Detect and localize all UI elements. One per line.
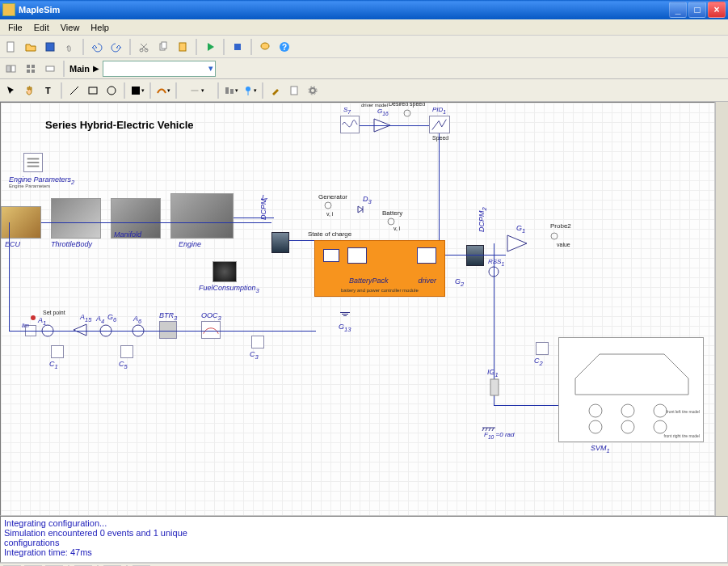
text-icon[interactable]: T — [40, 82, 57, 99]
pid-block[interactable] — [429, 116, 450, 133]
circle-icon[interactable] — [103, 82, 120, 99]
svg-point-29 — [310, 88, 315, 93]
view-icon[interactable] — [42, 61, 58, 77]
maximize-button[interactable]: □ — [688, 2, 706, 18]
svm-block[interactable]: front left tire model front right tire m… — [558, 337, 704, 442]
app-icon — [2, 3, 15, 16]
sig-dcpm-batt — [289, 240, 314, 241]
line-style-icon[interactable]: ▾ — [181, 82, 213, 99]
output-console[interactable]: Integrating configuration... Simulation … — [0, 516, 728, 563]
desiredspeed-probe[interactable] — [403, 109, 411, 119]
menu-file[interactable]: File — [3, 21, 27, 34]
rect-icon[interactable] — [85, 82, 101, 99]
redo-icon[interactable] — [108, 39, 124, 55]
svg-point-54 — [621, 420, 634, 433]
throttle-block[interactable] — [51, 198, 101, 239]
svg-point-39 — [31, 315, 36, 320]
save-icon[interactable] — [42, 39, 58, 55]
svg-text:?: ? — [282, 43, 287, 52]
close-button[interactable]: × — [708, 2, 726, 18]
sig-batt-g1 — [445, 255, 506, 256]
cut-icon[interactable] — [136, 39, 152, 55]
svg-rect-6 — [179, 43, 186, 51]
dcpm-block[interactable] — [271, 232, 289, 253]
svg-point-36 — [388, 218, 394, 225]
driver-label: driver — [418, 277, 436, 285]
paste-icon[interactable] — [175, 39, 191, 55]
hand-icon[interactable] — [22, 82, 38, 99]
c1-block[interactable] — [51, 345, 64, 358]
dcpm2-block[interactable] — [466, 245, 484, 266]
engine-params-block[interactable] — [23, 153, 43, 172]
s7-block[interactable] — [340, 116, 360, 133]
btr-block[interactable] — [159, 321, 177, 339]
sig-pid-down — [439, 133, 440, 240]
align-icon[interactable]: ▾ — [223, 82, 239, 99]
subsystem-dropdown[interactable]: ▾ — [103, 61, 216, 77]
console-line: Simulation encountered 0 events and 1 un… — [4, 528, 724, 538]
probe2-value: value — [557, 242, 570, 247]
breadcrumb-main[interactable]: Main — [69, 64, 90, 74]
batterypack-sub1 — [323, 249, 339, 262]
g6-label: G6 — [107, 313, 116, 323]
sig-to-car — [494, 405, 558, 406]
vi2-label: v, i — [393, 226, 400, 231]
pointer-icon[interactable] — [3, 82, 19, 99]
ooc-block[interactable] — [201, 321, 221, 339]
batterypack-label: BatteryPack — [349, 277, 389, 285]
stop-icon[interactable] — [229, 39, 246, 55]
c5-block[interactable] — [120, 345, 133, 358]
menu-edit[interactable]: Edit — [29, 21, 54, 34]
g1-block[interactable] — [506, 234, 528, 255]
nav-back-icon[interactable] — [3, 61, 19, 77]
fuelcons-label: FuelConsumption3 — [199, 284, 259, 294]
setpoint-probe[interactable] — [30, 315, 36, 323]
car-text2: front right tire model — [664, 433, 700, 438]
new-doc-icon[interactable] — [3, 39, 19, 55]
stroke-icon[interactable]: ▾ — [155, 82, 171, 99]
svg-rect-22 — [132, 87, 140, 95]
a4-label: A4 — [96, 315, 104, 325]
open-icon[interactable] — [23, 39, 39, 55]
ig-block[interactable] — [487, 378, 502, 402]
minimize-button[interactable]: _ — [669, 2, 687, 18]
copy-icon[interactable] — [155, 39, 171, 55]
svg-rect-7 — [234, 44, 241, 50]
fill-color-icon[interactable]: ▾ — [129, 82, 145, 99]
grid-icon[interactable] — [23, 61, 39, 77]
svg-rect-16 — [32, 70, 35, 73]
svg-rect-14 — [32, 65, 35, 68]
fuelcons-block[interactable] — [213, 261, 237, 282]
generator-probe[interactable] — [324, 201, 332, 211]
attach-icon[interactable] — [61, 39, 78, 55]
chat-icon[interactable] — [257, 39, 273, 55]
rss-label: RSS1 — [488, 258, 504, 267]
menu-help[interactable]: Help — [86, 21, 114, 34]
ecu-block[interactable] — [1, 206, 41, 239]
car-outline-icon — [559, 338, 705, 443]
batterypack-block[interactable]: BatteryPack battery and power controller… — [314, 240, 445, 297]
brush-icon[interactable] — [267, 82, 284, 99]
a4-block[interactable] — [99, 324, 112, 339]
c3-block[interactable] — [251, 336, 264, 348]
probe2[interactable] — [550, 232, 558, 242]
engine-block[interactable] — [170, 193, 234, 239]
gear-icon[interactable] — [305, 82, 321, 99]
pin-icon[interactable]: ▾ — [242, 82, 258, 99]
a6-block[interactable] — [132, 324, 145, 339]
vi1-label: v, i — [326, 211, 333, 217]
undo-icon[interactable] — [89, 39, 105, 55]
a1-label: A1 — [38, 316, 46, 327]
d3-block[interactable] — [356, 205, 369, 216]
doc-icon[interactable] — [286, 82, 302, 99]
help-icon[interactable]: ? — [276, 39, 292, 55]
c2-block[interactable] — [536, 342, 549, 355]
setpoint-label: Set point — [43, 310, 65, 315]
diagram-canvas[interactable]: Series Hybrid-Electric Vehicle Engine Pa… — [0, 102, 715, 516]
menu-view[interactable]: View — [56, 21, 85, 34]
run-icon[interactable] — [202, 39, 218, 55]
vertical-scrollbar[interactable] — [715, 102, 728, 516]
g16-block[interactable] — [372, 117, 392, 135]
line-icon[interactable] — [66, 82, 82, 99]
dcpm2-label: DCPM2 — [478, 207, 488, 232]
